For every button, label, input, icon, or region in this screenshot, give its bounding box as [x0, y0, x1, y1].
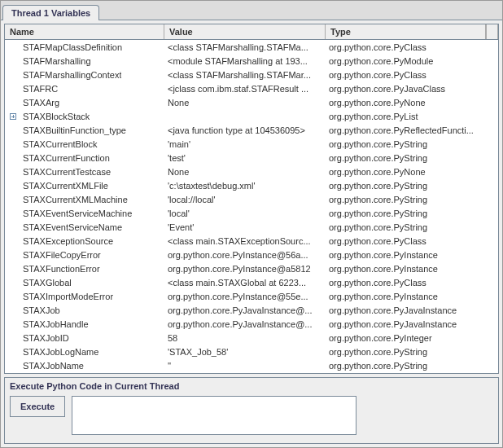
cell-value: <class STAFMarshalling.STAFMa... — [164, 42, 326, 52]
cell-type: org.python.core.PyInstance — [326, 264, 498, 274]
cell-type: org.python.core.PyString — [326, 195, 498, 204]
variable-name: STAXExceptionSource — [18, 236, 113, 246]
variable-name: STAXCurrentBlock — [18, 139, 98, 149]
col-header-name[interactable]: Name — [5, 24, 164, 39]
cell-value: 'STAX_Job_58' — [164, 347, 326, 357]
execute-button[interactable]: Execute — [10, 396, 65, 417]
table-row[interactable]: STAXCurrentTestcaseNoneorg.python.core.P… — [5, 165, 498, 178]
variable-name: STAXArg — [18, 98, 59, 108]
tree-leaf-icon — [10, 58, 16, 64]
variable-name: STAFMarshalling — [18, 56, 91, 66]
cell-value: <module STAFMarshalling at 193... — [164, 56, 326, 66]
table-row[interactable]: STAXBlockStackorg.python.core.PyList — [5, 109, 498, 123]
table-row[interactable]: STAXJobHandleorg.python.core.PyJavaInsta… — [5, 317, 498, 331]
cell-type: org.python.core.PyModule — [326, 56, 498, 66]
cell-type: org.python.core.PyList — [326, 112, 498, 121]
table-row[interactable]: STAXCurrentXMLFile'c:\staxtest\debug.xml… — [5, 178, 498, 192]
cell-value: <class STAFMarshalling.STAFMar... — [164, 70, 326, 80]
cell-value: <class main.STAXGlobal at 6223... — [164, 278, 326, 288]
cell-value: '' — [164, 361, 326, 371]
tree-leaf-icon — [10, 293, 16, 300]
cell-name: STAXCurrentFunction — [5, 153, 164, 163]
cell-type: org.python.core.PyJavaClass — [326, 84, 498, 94]
table-row[interactable]: STAXImportModeErrororg.python.core.PyIns… — [5, 289, 498, 303]
variable-name: STAXJob — [18, 305, 60, 315]
cell-name: STAXCurrentXMLMachine — [5, 195, 164, 204]
tree-leaf-icon — [10, 72, 16, 78]
variable-name: STAFMarshallingContext — [18, 70, 121, 80]
cell-type: org.python.core.PyInstance — [326, 292, 498, 301]
variable-name: STAXFileCopyError — [18, 250, 101, 260]
cell-name: STAXBuiltinFunction_type — [5, 125, 164, 135]
table-row[interactable]: STAXFunctionErrororg.python.core.PyInsta… — [5, 261, 498, 275]
tree-leaf-icon — [10, 155, 16, 161]
table-row[interactable]: STAFRC<jclass com.ibm.staf.STAFResult ..… — [5, 81, 498, 95]
table-row[interactable]: STAXEventServiceName'Event'org.python.co… — [5, 220, 498, 234]
variable-name: STAFMapClassDefinition — [18, 42, 122, 52]
tree-leaf-icon — [10, 127, 16, 134]
tree-expand-icon[interactable] — [10, 113, 16, 120]
table-row[interactable]: STAXJobLogName'STAX_Job_58'org.python.co… — [5, 345, 498, 358]
table-row[interactable]: STAXCurrentXMLMachine'local://local'org.… — [5, 192, 498, 206]
cell-name: STAXCurrentXMLFile — [5, 181, 164, 191]
cell-name: STAXCurrentTestcase — [5, 167, 164, 177]
cell-type: org.python.core.PyString — [326, 209, 498, 218]
cell-value: org.python.core.PyJavaInstance@... — [164, 305, 326, 315]
variable-name: STAXEventServiceName — [18, 222, 122, 232]
table-row[interactable]: STAXCurrentBlock'main'org.python.core.Py… — [5, 137, 498, 151]
cell-type: org.python.core.PyClass — [326, 278, 498, 288]
cell-name: STAXBlockStack — [5, 112, 164, 121]
table-body[interactable]: STAFMapClassDefinition<class STAFMarshal… — [5, 40, 498, 373]
table-row[interactable]: STAXJobID58org.python.core.PyInteger — [5, 331, 498, 345]
cell-name: STAXJobLogName — [5, 347, 164, 357]
col-header-value[interactable]: Value — [164, 24, 326, 39]
variable-name: STAXCurrentFunction — [18, 153, 110, 163]
execute-panel: Execute Python Code in Current Thread Ex… — [4, 377, 499, 444]
cell-name: STAFMarshallingContext — [5, 70, 164, 80]
table-row[interactable]: STAXEventServiceMachine'local'org.python… — [5, 206, 498, 220]
cell-name: STAXExceptionSource — [5, 236, 164, 246]
table-row[interactable]: STAXBuiltinFunction_type<java function t… — [5, 123, 498, 137]
cell-type: org.python.core.PyClass — [326, 42, 498, 52]
cell-name: STAXEventServiceMachine — [5, 209, 164, 218]
table-row[interactable]: STAXExceptionSource<class main.STAXExcep… — [5, 234, 498, 248]
table-row[interactable]: STAFMarshallingContext<class STAFMarshal… — [5, 68, 498, 81]
execute-panel-title: Execute Python Code in Current Thread — [10, 381, 493, 391]
tab-bar: Thread 1 Variables — [1, 1, 502, 20]
variable-name: STAXGlobal — [18, 278, 72, 288]
col-header-type[interactable]: Type — [326, 24, 486, 39]
tree-leaf-icon — [10, 307, 16, 314]
table-row[interactable]: STAFMapClassDefinition<class STAFMarshal… — [5, 40, 498, 54]
variable-name: STAXFunctionError — [18, 264, 100, 274]
cell-name: STAXFunctionError — [5, 264, 164, 274]
variable-name: STAXCurrentXMLMachine — [18, 195, 128, 204]
cell-name: STAXGlobal — [5, 278, 164, 288]
tree-leaf-icon — [10, 321, 16, 327]
table-row[interactable]: STAXArgNoneorg.python.core.PyNone — [5, 95, 498, 109]
cell-name: STAXJobName — [5, 361, 164, 371]
cell-name: STAXFileCopyError — [5, 250, 164, 260]
table-row[interactable]: STAXFileCopyErrororg.python.core.PyInsta… — [5, 248, 498, 261]
table-row[interactable]: STAXJoborg.python.core.PyJavaInstance@..… — [5, 303, 498, 317]
cell-value: 58 — [164, 333, 326, 343]
tree-leaf-icon — [10, 141, 16, 147]
table-row[interactable]: STAXGlobal<class main.STAXGlobal at 6223… — [5, 275, 498, 289]
cell-value: org.python.core.PyJavaInstance@... — [164, 319, 326, 329]
cell-type: org.python.core.PyString — [326, 153, 498, 163]
tab-thread-variables[interactable]: Thread 1 Variables — [2, 5, 99, 20]
cell-type: org.python.core.PyInstance — [326, 250, 498, 260]
cell-value: 'c:\staxtest\debug.xml' — [164, 181, 326, 191]
table-row[interactable]: STAXJobName''org.python.core.PyString — [5, 358, 498, 372]
variable-name: STAXBuiltinFunction_type — [18, 125, 126, 135]
cell-value: org.python.core.PyInstance@55e... — [164, 292, 326, 301]
table-row[interactable]: STAXCurrentFunction'test'org.python.core… — [5, 151, 498, 165]
python-code-input[interactable] — [72, 396, 356, 435]
variable-name: STAXJobName — [18, 361, 84, 371]
variable-name: STAXBlockStack — [18, 112, 90, 121]
variable-name: STAXJobID — [18, 333, 69, 343]
table-row[interactable]: STAFMarshalling<module STAFMarshalling a… — [5, 54, 498, 68]
scrollbar-header-pad — [486, 24, 498, 39]
cell-name: STAXJob — [5, 305, 164, 315]
cell-value: 'Event' — [164, 222, 326, 232]
cell-value: org.python.core.PyInstance@a5812 — [164, 264, 326, 274]
